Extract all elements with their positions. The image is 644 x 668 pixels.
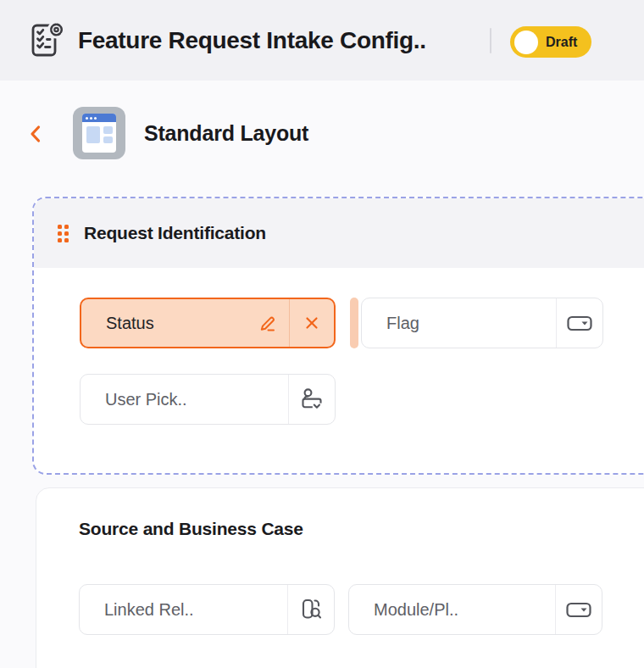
section-source-business-case: Source and Business Case Linked Rel.. Mo… (36, 487, 644, 668)
layout-title: Standard Layout (144, 107, 308, 159)
dropdown-icon (556, 601, 602, 619)
lookup-icon (288, 598, 334, 621)
section-title: Request Identification (84, 223, 266, 243)
field-label: Flag (362, 314, 556, 333)
field-module-platform[interactable]: Module/Pl.. (348, 584, 602, 635)
field-label: Status (81, 314, 248, 333)
dropdown-icon (557, 315, 602, 332)
field-flag[interactable]: Flag (361, 298, 603, 348)
field-label: User Pick.. (80, 390, 288, 409)
layout-icon (73, 107, 125, 159)
field-status[interactable]: Status (80, 298, 336, 348)
section-title: Source and Business Case (79, 519, 303, 539)
toggle-knob-icon (514, 31, 538, 54)
section-request-identification: Request Identification Status (32, 197, 644, 475)
status-toggle[interactable]: Draft (510, 26, 591, 58)
edit-field-button[interactable] (248, 299, 289, 347)
back-button[interactable] (24, 122, 47, 146)
form-builder-screen: Feature Request Intake Config.. Draft St… (0, 0, 644, 668)
header-bar: Feature Request Intake Config.. Draft (0, 0, 644, 81)
header-divider (490, 28, 491, 53)
drag-handle-icon[interactable] (58, 225, 69, 242)
page-title: Feature Request Intake Config.. (78, 0, 426, 81)
section-header: Request Identification (34, 198, 644, 268)
drop-indicator (350, 298, 358, 348)
form-settings-icon (27, 20, 66, 59)
field-label: Module/Pl.. (349, 600, 555, 620)
field-label: Linked Rel.. (80, 600, 287, 620)
field-user-picker[interactable]: User Pick.. (80, 374, 336, 425)
user-picker-icon (289, 387, 335, 412)
status-badge: Draft (546, 35, 577, 50)
field-linked-release[interactable]: Linked Rel.. (79, 584, 335, 635)
close-icon (303, 315, 320, 331)
edit-icon (258, 312, 280, 334)
chevron-left-icon (26, 123, 45, 145)
remove-field-button[interactable] (290, 299, 334, 347)
